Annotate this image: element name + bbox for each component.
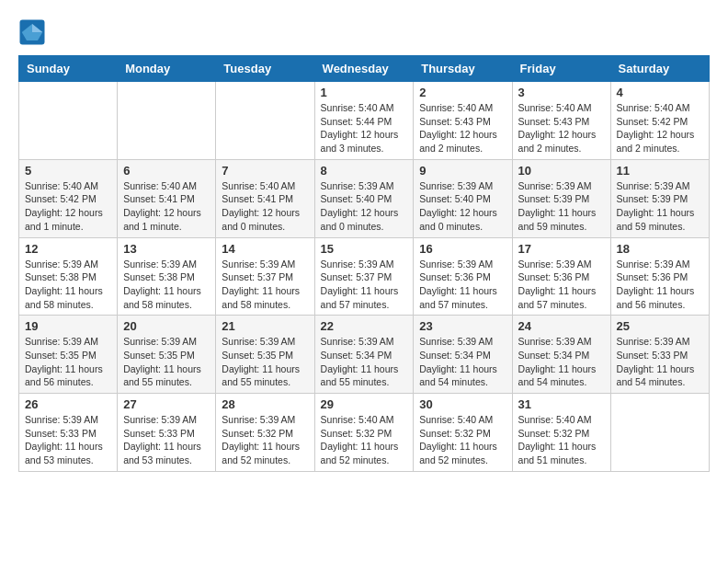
calendar-cell: 2Sunrise: 5:40 AM Sunset: 5:43 PM Daylig… (414, 82, 512, 160)
day-number: 2 (419, 86, 506, 99)
calendar-cell: 13Sunrise: 5:39 AM Sunset: 5:38 PM Dayli… (118, 237, 216, 316)
day-info: Sunrise: 5:40 AM Sunset: 5:32 PM Dayligh… (321, 413, 408, 467)
day-number: 15 (321, 242, 408, 256)
day-info: Sunrise: 5:40 AM Sunset: 5:42 PM Dayligh… (617, 101, 703, 155)
calendar-cell: 20Sunrise: 5:39 AM Sunset: 5:35 PM Dayli… (118, 316, 216, 394)
day-number: 29 (321, 397, 408, 411)
calendar-cell: 3Sunrise: 5:40 AM Sunset: 5:43 PM Daylig… (512, 82, 610, 160)
day-header-wednesday: Wednesday (314, 56, 414, 82)
calendar-cell: 29Sunrise: 5:40 AM Sunset: 5:32 PM Dayli… (314, 394, 414, 472)
calendar-cell: 21Sunrise: 5:39 AM Sunset: 5:35 PM Dayli… (216, 316, 314, 394)
calendar-cell: 25Sunrise: 5:39 AM Sunset: 5:33 PM Dayli… (610, 316, 709, 394)
calendar-cell: 17Sunrise: 5:39 AM Sunset: 5:36 PM Dayli… (512, 237, 610, 316)
day-number: 9 (419, 164, 506, 178)
day-info: Sunrise: 5:39 AM Sunset: 5:33 PM Dayligh… (25, 413, 111, 467)
day-number: 5 (25, 164, 111, 178)
calendar-week-row: 19Sunrise: 5:39 AM Sunset: 5:35 PM Dayli… (19, 316, 710, 394)
day-info: Sunrise: 5:39 AM Sunset: 5:40 PM Dayligh… (419, 179, 506, 234)
day-number: 1 (321, 86, 408, 99)
calendar-cell: 23Sunrise: 5:39 AM Sunset: 5:34 PM Dayli… (414, 316, 512, 394)
day-header-thursday: Thursday (414, 56, 512, 82)
day-info: Sunrise: 5:39 AM Sunset: 5:36 PM Dayligh… (518, 258, 605, 312)
calendar-cell: 9Sunrise: 5:39 AM Sunset: 5:40 PM Daylig… (414, 159, 512, 237)
calendar-cell: 18Sunrise: 5:39 AM Sunset: 5:36 PM Dayli… (610, 237, 709, 316)
day-number: 4 (617, 86, 703, 99)
page-header (18, 18, 710, 46)
day-number: 13 (123, 242, 210, 256)
calendar-cell: 8Sunrise: 5:39 AM Sunset: 5:40 PM Daylig… (314, 159, 414, 237)
calendar-cell: 28Sunrise: 5:39 AM Sunset: 5:32 PM Dayli… (216, 394, 314, 472)
calendar-cell: 30Sunrise: 5:40 AM Sunset: 5:32 PM Dayli… (414, 394, 512, 472)
day-info: Sunrise: 5:39 AM Sunset: 5:36 PM Dayligh… (419, 258, 506, 312)
calendar-week-row: 1Sunrise: 5:40 AM Sunset: 5:44 PM Daylig… (19, 82, 710, 160)
calendar-week-row: 12Sunrise: 5:39 AM Sunset: 5:38 PM Dayli… (19, 237, 710, 316)
calendar-cell: 26Sunrise: 5:39 AM Sunset: 5:33 PM Dayli… (19, 394, 118, 472)
calendar-cell: 10Sunrise: 5:39 AM Sunset: 5:39 PM Dayli… (512, 159, 610, 237)
day-number: 11 (617, 164, 703, 178)
day-number: 19 (25, 319, 111, 333)
day-number: 3 (518, 86, 605, 99)
day-info: Sunrise: 5:40 AM Sunset: 5:41 PM Dayligh… (222, 179, 308, 234)
calendar-cell (19, 82, 118, 160)
logo-icon (18, 18, 46, 46)
day-info: Sunrise: 5:39 AM Sunset: 5:40 PM Dayligh… (321, 179, 408, 234)
calendar-week-row: 26Sunrise: 5:39 AM Sunset: 5:33 PM Dayli… (19, 394, 710, 472)
day-number: 20 (123, 319, 210, 333)
day-header-tuesday: Tuesday (216, 56, 314, 82)
day-number: 14 (222, 242, 308, 256)
calendar-cell: 27Sunrise: 5:39 AM Sunset: 5:33 PM Dayli… (118, 394, 216, 472)
calendar-cell: 19Sunrise: 5:39 AM Sunset: 5:35 PM Dayli… (19, 316, 118, 394)
day-info: Sunrise: 5:39 AM Sunset: 5:33 PM Dayligh… (123, 413, 210, 467)
day-number: 28 (222, 397, 308, 411)
day-number: 6 (123, 164, 210, 178)
day-number: 17 (518, 242, 605, 256)
day-info: Sunrise: 5:40 AM Sunset: 5:32 PM Dayligh… (419, 413, 506, 467)
calendar-cell (118, 82, 216, 160)
day-number: 10 (518, 164, 605, 178)
day-info: Sunrise: 5:40 AM Sunset: 5:43 PM Dayligh… (419, 101, 506, 155)
calendar-cell: 16Sunrise: 5:39 AM Sunset: 5:36 PM Dayli… (414, 237, 512, 316)
day-number: 21 (222, 319, 308, 333)
calendar-cell (216, 82, 314, 160)
day-info: Sunrise: 5:39 AM Sunset: 5:37 PM Dayligh… (321, 258, 408, 312)
day-number: 7 (222, 164, 308, 178)
day-info: Sunrise: 5:40 AM Sunset: 5:41 PM Dayligh… (123, 179, 210, 234)
day-info: Sunrise: 5:39 AM Sunset: 5:34 PM Dayligh… (321, 335, 408, 389)
day-info: Sunrise: 5:39 AM Sunset: 5:35 PM Dayligh… (222, 335, 308, 389)
day-info: Sunrise: 5:40 AM Sunset: 5:32 PM Dayligh… (518, 413, 605, 467)
day-number: 23 (419, 319, 506, 333)
day-number: 24 (518, 319, 605, 333)
day-number: 26 (25, 397, 111, 411)
calendar-cell: 15Sunrise: 5:39 AM Sunset: 5:37 PM Dayli… (314, 237, 414, 316)
day-header-friday: Friday (512, 56, 610, 82)
day-info: Sunrise: 5:39 AM Sunset: 5:34 PM Dayligh… (518, 335, 605, 389)
day-info: Sunrise: 5:39 AM Sunset: 5:35 PM Dayligh… (25, 335, 111, 389)
day-info: Sunrise: 5:39 AM Sunset: 5:38 PM Dayligh… (123, 258, 210, 312)
calendar-cell: 11Sunrise: 5:39 AM Sunset: 5:39 PM Dayli… (610, 159, 709, 237)
calendar-cell: 1Sunrise: 5:40 AM Sunset: 5:44 PM Daylig… (314, 82, 414, 160)
day-header-monday: Monday (118, 56, 216, 82)
day-info: Sunrise: 5:40 AM Sunset: 5:43 PM Dayligh… (518, 101, 605, 155)
calendar-cell: 4Sunrise: 5:40 AM Sunset: 5:42 PM Daylig… (610, 82, 709, 160)
day-number: 22 (321, 319, 408, 333)
day-info: Sunrise: 5:39 AM Sunset: 5:39 PM Dayligh… (617, 179, 703, 234)
day-number: 16 (419, 242, 506, 256)
calendar-table: SundayMondayTuesdayWednesdayThursdayFrid… (18, 55, 710, 472)
day-number: 12 (25, 242, 111, 256)
calendar-cell (610, 394, 709, 472)
calendar-cell: 5Sunrise: 5:40 AM Sunset: 5:42 PM Daylig… (19, 159, 118, 237)
calendar-cell: 31Sunrise: 5:40 AM Sunset: 5:32 PM Dayli… (512, 394, 610, 472)
day-info: Sunrise: 5:39 AM Sunset: 5:32 PM Dayligh… (222, 413, 308, 467)
day-number: 31 (518, 397, 605, 411)
day-info: Sunrise: 5:39 AM Sunset: 5:36 PM Dayligh… (617, 258, 703, 312)
day-info: Sunrise: 5:40 AM Sunset: 5:42 PM Dayligh… (25, 179, 111, 234)
day-info: Sunrise: 5:39 AM Sunset: 5:39 PM Dayligh… (518, 179, 605, 234)
logo (18, 18, 50, 46)
calendar-cell: 12Sunrise: 5:39 AM Sunset: 5:38 PM Dayli… (19, 237, 118, 316)
day-number: 25 (617, 319, 703, 333)
calendar-cell: 22Sunrise: 5:39 AM Sunset: 5:34 PM Dayli… (314, 316, 414, 394)
calendar-cell: 7Sunrise: 5:40 AM Sunset: 5:41 PM Daylig… (216, 159, 314, 237)
day-header-sunday: Sunday (19, 56, 118, 82)
day-number: 8 (321, 164, 408, 178)
day-header-saturday: Saturday (610, 56, 709, 82)
